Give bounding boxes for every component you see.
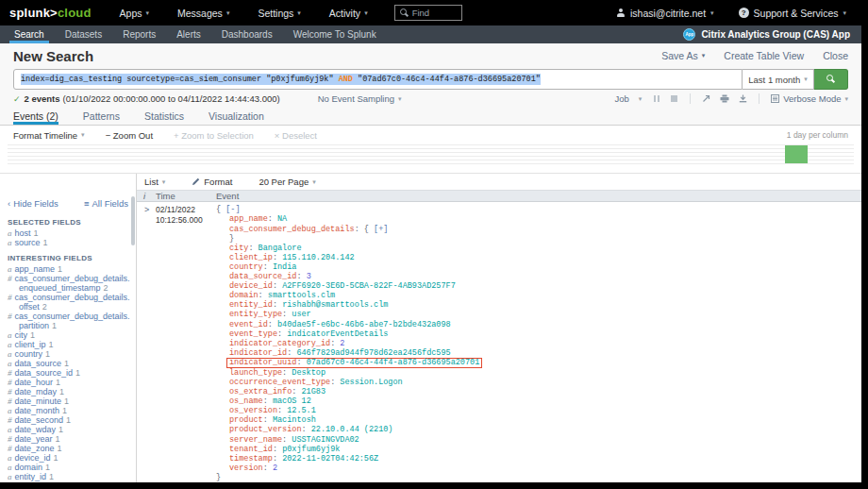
field-item-data_source[interactable]: adata_source1	[0, 359, 136, 368]
user-menu[interactable]: ishasi@citrite.net ▾	[616, 8, 714, 19]
field-item-country[interactable]: acountry1	[0, 349, 136, 359]
field-item-device_id[interactable]: adevice_id1	[0, 453, 136, 463]
topnav-menu-messages[interactable]: Messages▾	[177, 8, 229, 19]
field-item-cas_consumer_debug_details-partition[interactable]: #cas_consumer_debug_details.partition1	[0, 312, 136, 330]
search-submit-button[interactable]	[814, 69, 848, 90]
field-link[interactable]: source	[15, 238, 41, 247]
pause-icon[interactable]	[653, 94, 660, 103]
field-item-host[interactable]: ahost1	[0, 228, 136, 238]
support-menu[interactable]: ? Support & Services ▾	[739, 8, 846, 19]
field-link[interactable]: app_name	[15, 264, 56, 274]
nav-tab-reports[interactable]: Reports	[112, 25, 166, 43]
per-page-dropdown[interactable]: 20 Per Page ▾	[259, 177, 315, 187]
format-button[interactable]: Format	[192, 177, 232, 187]
json-value: 07ad67c0-46c4-44f4-a876-d36695a20701	[307, 358, 480, 367]
json-colon: :	[296, 358, 306, 367]
stop-icon[interactable]	[670, 94, 678, 103]
event-sampling-dropdown[interactable]: No Event Sampling ▾	[318, 93, 402, 104]
events-toolbar: List ▾ Format 20 Per Page ▾	[137, 174, 861, 190]
zoom-to-selection-button[interactable]: + Zoom to Selection	[174, 130, 254, 141]
nav-tab-datasets[interactable]: Datasets	[55, 25, 112, 43]
json-collapse-toggle[interactable]: [-]	[225, 205, 240, 214]
splunk-cloud-logo[interactable]: splunk>cloud	[9, 6, 92, 20]
json-colon: :	[302, 425, 311, 434]
field-link[interactable]: domain	[15, 463, 43, 472]
timeline-event-bar[interactable]	[785, 145, 808, 163]
zoom-out-button[interactable]: − Zoom Out	[106, 130, 153, 141]
result-tab-visualization[interactable]: Visualization	[209, 110, 264, 125]
events-panel: List ▾ Format 20 Per Page ▾ i Time E	[137, 174, 861, 482]
field-item-client_ip[interactable]: aclient_ip1	[0, 340, 136, 349]
field-link[interactable]: data_source_id	[15, 368, 74, 378]
nav-tab-dashboards[interactable]: Dashboards	[211, 25, 283, 43]
nav-tab-welcome-to-splunk[interactable]: Welcome To Splunk	[283, 25, 387, 43]
close-button[interactable]: Close	[823, 50, 848, 61]
result-tab-patterns[interactable]: Patterns	[83, 110, 120, 125]
field-item-source[interactable]: asource1	[0, 238, 136, 247]
field-link[interactable]: cas_consumer_debug_details.offset	[15, 293, 130, 312]
expand-event-icon[interactable]: >	[137, 205, 156, 482]
search-query-input[interactable]: index=dig_cas_testing sourcetype=cas_sie…	[13, 69, 743, 90]
field-item-date_second[interactable]: #date_second1	[0, 415, 136, 425]
find-search-input[interactable]: Find	[394, 5, 462, 21]
nav-tab-alerts[interactable]: Alerts	[166, 25, 211, 43]
format-timeline-dropdown[interactable]: Format Timeline ▾	[13, 130, 85, 141]
json-close-line: }	[216, 473, 861, 482]
all-fields-button[interactable]: ≡ All Fields	[84, 198, 128, 209]
field-type-icon: a	[8, 228, 12, 238]
result-tab-events-2[interactable]: Events (2)	[13, 110, 58, 125]
search-mode-dropdown[interactable]: Verbose Mode ▾	[771, 93, 848, 104]
create-table-view-button[interactable]: Create Table View	[724, 50, 804, 61]
app-context[interactable]: App Citrix Analytics Group (CAS) App	[683, 25, 850, 43]
list-view-dropdown[interactable]: List ▾	[144, 177, 165, 187]
field-item-date_zone[interactable]: #date_zone1	[0, 444, 136, 453]
field-item-date_mday[interactable]: #date_mday1	[0, 387, 136, 396]
field-link[interactable]: data_source	[15, 359, 62, 368]
field-link[interactable]: date_year	[15, 434, 53, 444]
field-link[interactable]: cas_consumer_debug_details.enqueued_time…	[15, 274, 130, 293]
json-expand-toggle[interactable]: [+]	[374, 225, 388, 234]
field-link[interactable]: device_id	[15, 453, 51, 463]
time-range-picker[interactable]: Last 1 month ▾	[743, 69, 814, 90]
field-link[interactable]: host	[15, 228, 31, 238]
field-item-date_hour[interactable]: #date_hour1	[0, 378, 136, 387]
app-nav-bar: SearchDatasetsReportsAlertsDashboardsWel…	[0, 25, 861, 43]
field-link[interactable]: date_mday	[15, 387, 58, 396]
topnav-menu-activity[interactable]: Activity▾	[329, 8, 368, 19]
field-link[interactable]: date_month	[15, 406, 60, 415]
nav-tab-search[interactable]: Search	[4, 25, 55, 43]
field-item-city[interactable]: acity1	[0, 330, 136, 340]
field-link[interactable]: date_minute	[15, 396, 62, 406]
download-icon[interactable]	[739, 94, 747, 103]
job-menu[interactable]: Job ▾	[614, 93, 642, 104]
topnav-menu-settings[interactable]: Settings▾	[258, 8, 300, 19]
field-item-cas_consumer_debug_details-enqueued_timestamp[interactable]: #cas_consumer_debug_details.enqueued_tim…	[0, 274, 136, 293]
save-as-button[interactable]: Save As▾	[661, 50, 705, 61]
field-link[interactable]: country	[15, 349, 43, 359]
sidebar-scrollbar[interactable]	[131, 196, 135, 245]
result-tab-statistics[interactable]: Statistics	[144, 110, 184, 125]
field-item-date_year[interactable]: #date_year1	[0, 434, 136, 444]
field-link[interactable]: city	[15, 330, 28, 340]
field-item-data_source_id[interactable]: #data_source_id1	[0, 368, 136, 378]
topnav-menu-apps[interactable]: Apps▾	[120, 8, 149, 19]
field-link[interactable]: date_wday	[15, 425, 57, 434]
hide-fields-button[interactable]: ‹ Hide Fields	[8, 198, 58, 209]
field-link[interactable]: date_hour	[15, 378, 54, 387]
field-item-domain[interactable]: adomain1	[0, 463, 136, 472]
field-item-app_name[interactable]: aapp_name1	[0, 264, 136, 274]
field-link[interactable]: client_ip	[15, 340, 46, 349]
field-item-date_minute[interactable]: #date_minute1	[0, 396, 136, 406]
print-icon[interactable]	[720, 94, 729, 103]
field-item-date_month[interactable]: adate_month1	[0, 406, 136, 415]
field-item-cas_consumer_debug_details-offset[interactable]: #cas_consumer_debug_details.offset2	[0, 293, 136, 312]
field-item-entity_id[interactable]: aentity_id1	[0, 472, 136, 481]
field-item-date_wday[interactable]: adate_wday1	[0, 425, 136, 434]
field-link[interactable]: date_zone	[15, 444, 55, 453]
deselect-button[interactable]: × Deselect	[275, 130, 317, 141]
field-link[interactable]: entity_id	[15, 472, 47, 481]
json-field-cas_consumer_debug_details: cas_consumer_debug_details: { [+]	[216, 225, 861, 234]
field-link[interactable]: cas_consumer_debug_details.partition	[15, 312, 130, 330]
share-icon[interactable]	[702, 94, 710, 103]
field-link[interactable]: date_second	[15, 415, 64, 425]
